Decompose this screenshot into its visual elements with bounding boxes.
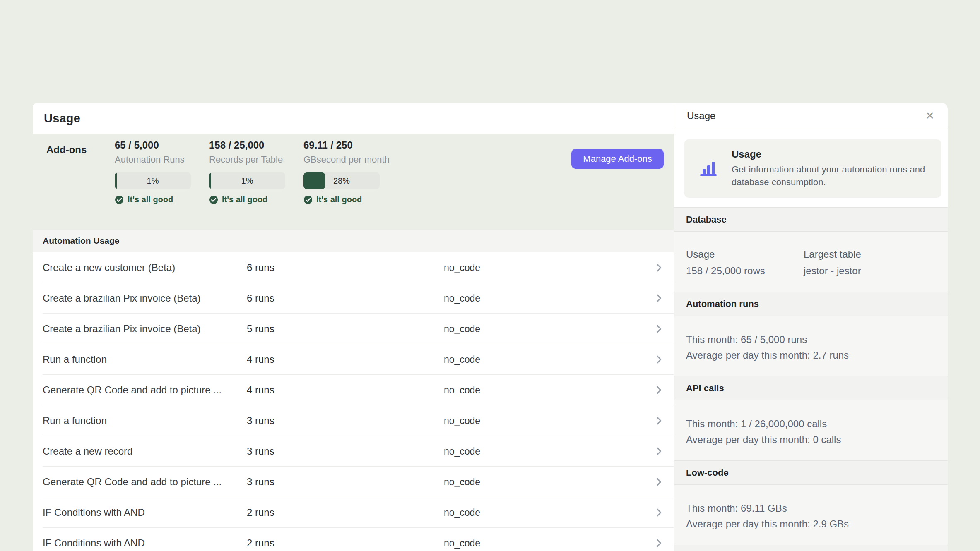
status-line: It's all good — [303, 195, 380, 204]
database-usage-column: Usage 158 / 25,000 rows — [686, 247, 804, 292]
stat-label: Records per Table — [209, 154, 285, 165]
database-usage-label: Usage — [686, 247, 804, 262]
chevron-right-icon[interactable] — [653, 476, 665, 488]
check-circle-icon — [209, 195, 218, 204]
addon-stat: 65 / 5,000 Automation Runs 1% It's all g… — [115, 134, 191, 215]
automation-type: no_code — [346, 538, 578, 549]
section-content-database: Usage 158 / 25,000 rows Largest table je… — [674, 232, 948, 292]
table-row[interactable]: IF Conditions with AND 2 runs no_code — [33, 528, 674, 551]
section-content-low-code: This month: 69.11 GBs Average per day th… — [674, 485, 948, 545]
run-count: 6 runs — [247, 292, 346, 304]
table-row[interactable]: Create a new customer (Beta) 6 runs no_c… — [33, 252, 674, 283]
chevron-right-icon[interactable] — [653, 262, 665, 273]
addons-label: Add-ons — [46, 134, 115, 215]
table-row[interactable]: Run a function 3 runs no_code — [33, 405, 674, 436]
run-count: 4 runs — [247, 384, 346, 396]
api-calls-this-month: This month: 1 / 26,000,000 calls — [686, 416, 948, 432]
manage-addons-button[interactable]: Manage Add-ons — [571, 149, 664, 169]
table-row[interactable]: Create a new record 3 runs no_code — [33, 436, 674, 467]
usage-percent-label: 1% — [209, 172, 285, 189]
automation-name: Run a function — [43, 354, 247, 365]
low-code-average: Average per day this month: 2.9 GBs — [686, 516, 948, 532]
chevron-right-icon[interactable] — [653, 354, 665, 365]
stat-value: 65 / 5,000 — [115, 139, 191, 151]
automation-type: no_code — [346, 293, 578, 304]
run-count: 3 runs — [247, 476, 346, 488]
usage-info-box: Usage Get information about your automat… — [684, 139, 941, 198]
low-code-this-month: This month: 69.11 GBs — [686, 501, 948, 516]
automation-runs-average: Average per day this month: 2.7 runs — [686, 347, 948, 363]
automation-name: Generate QR Code and add to picture ... — [43, 384, 247, 396]
panel-sections: Database Usage 158 / 25,000 rows Largest… — [674, 207, 948, 551]
automation-usage-table: Automation Usage Create a new customer (… — [33, 230, 674, 551]
chevron-right-icon[interactable] — [653, 384, 665, 396]
database-usage-value: 158 / 25,000 rows — [686, 263, 804, 279]
info-description: Get information about your automation ru… — [732, 163, 939, 189]
info-text: Usage Get information about your automat… — [732, 149, 939, 189]
chevron-right-icon[interactable] — [653, 292, 665, 304]
chevron-right-icon[interactable] — [653, 446, 665, 457]
usage-progress-bar: 28% — [303, 172, 380, 189]
automation-type: no_code — [346, 323, 578, 335]
table-row[interactable]: Create a brazilian Pix invoice (Beta) 5 … — [33, 314, 674, 344]
chevron-right-icon[interactable] — [653, 323, 665, 335]
section-header-database: Database — [674, 208, 948, 232]
automation-name: Create a new record — [43, 446, 247, 457]
page-title-bar: Usage — [33, 103, 674, 134]
table-row[interactable]: Create a brazilian Pix invoice (Beta) 6 … — [33, 283, 674, 314]
stat-label: Automation Runs — [115, 154, 191, 165]
automation-type: no_code — [346, 477, 578, 488]
panel-header: Usage ✕ — [674, 103, 948, 129]
page-title: Usage — [44, 112, 80, 125]
addon-stat: 69.11 / 250 GBsecond per month 28% It's … — [303, 134, 380, 215]
largest-table-label: Largest table — [804, 247, 861, 262]
stat-value: 69.11 / 250 — [303, 139, 380, 151]
status-text: It's all good — [128, 195, 173, 204]
chevron-right-icon[interactable] — [653, 415, 665, 426]
table-row[interactable]: Generate QR Code and add to picture ... … — [33, 467, 674, 497]
usage-percent-label: 28% — [303, 172, 380, 189]
automation-name: IF Conditions with AND — [43, 507, 247, 518]
table-row[interactable]: Generate QR Code and add to picture ... … — [33, 375, 674, 405]
panel-title: Usage — [687, 110, 924, 122]
automation-name: IF Conditions with AND — [43, 537, 247, 549]
automation-name: Create a new customer (Beta) — [43, 262, 247, 273]
chevron-right-icon[interactable] — [653, 507, 665, 518]
api-calls-average: Average per day this month: 0 calls — [686, 432, 948, 448]
automation-type: no_code — [346, 415, 578, 426]
table-header: Automation Usage — [33, 230, 674, 252]
chevron-right-icon[interactable] — [653, 537, 665, 549]
check-circle-icon — [115, 195, 124, 204]
automation-type: no_code — [346, 507, 578, 518]
run-count: 5 runs — [247, 323, 346, 335]
close-icon[interactable]: ✕ — [924, 110, 935, 122]
usage-percent-label: 1% — [115, 172, 191, 189]
status-text: It's all good — [316, 195, 362, 204]
section-content-api-calls: This month: 1 / 26,000,000 calls Average… — [674, 400, 948, 461]
section-header-next-cut — [674, 545, 948, 551]
run-count: 3 runs — [247, 446, 346, 457]
automation-runs-this-month: This month: 65 / 5,000 runs — [686, 332, 948, 347]
usage-side-panel: Usage ✕ Usage Get information about your… — [674, 103, 948, 551]
page: Usage Add-ons 65 / 5,000 Automation Runs… — [0, 0, 980, 551]
bar-chart-icon — [698, 159, 718, 179]
automation-type: no_code — [346, 262, 578, 273]
info-title: Usage — [732, 149, 939, 160]
stat-value: 158 / 25,000 — [209, 139, 285, 151]
status-text: It's all good — [222, 195, 267, 204]
section-header-low-code: Low-code — [674, 461, 948, 485]
usage-progress-bar: 1% — [115, 172, 191, 189]
automation-name: Run a function — [43, 415, 247, 426]
run-count: 2 runs — [247, 507, 346, 518]
status-line: It's all good — [115, 195, 191, 204]
automation-name: Create a brazilian Pix invoice (Beta) — [43, 323, 247, 335]
table-row[interactable]: IF Conditions with AND 2 runs no_code — [33, 497, 674, 528]
automation-name: Create a brazilian Pix invoice (Beta) — [43, 292, 247, 304]
table-row[interactable]: Run a function 4 runs no_code — [33, 344, 674, 375]
automation-name: Generate QR Code and add to picture ... — [43, 476, 247, 488]
automation-type: no_code — [346, 385, 578, 396]
section-content-automation-runs: This month: 65 / 5,000 runs Average per … — [674, 316, 948, 376]
section-header-api-calls: API calls — [674, 376, 948, 400]
status-line: It's all good — [209, 195, 285, 204]
check-circle-icon — [303, 195, 313, 204]
